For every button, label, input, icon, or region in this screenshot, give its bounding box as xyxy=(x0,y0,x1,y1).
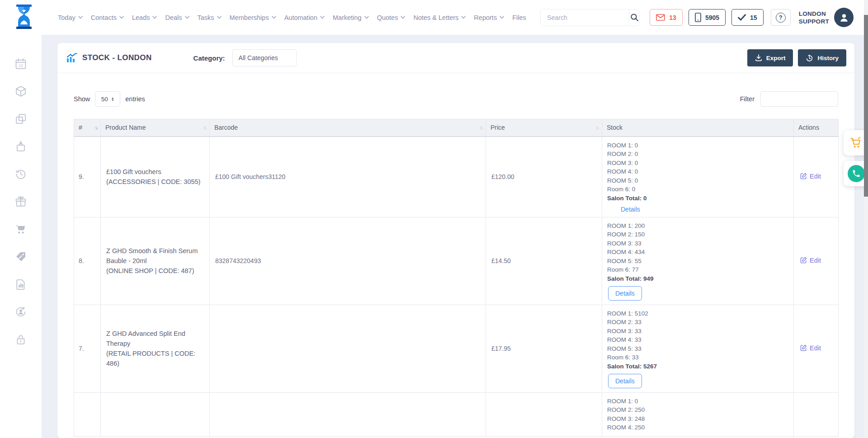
cart-icon xyxy=(850,137,863,149)
room-stock-line: Room 6: 0 xyxy=(607,185,788,194)
room-stock-line: ROOM 3: 33 xyxy=(607,327,788,336)
room-stock-line: ROOM 5: 0 xyxy=(607,176,788,185)
sidebar-gift-icon[interactable] xyxy=(14,195,27,208)
price-cell xyxy=(486,392,602,436)
nav-files-label: Files xyxy=(512,14,526,21)
search-input[interactable] xyxy=(541,9,629,26)
nav-memberships-label: Memberships xyxy=(230,14,269,21)
avatar[interactable] xyxy=(834,8,854,27)
app-logo[interactable] xyxy=(14,4,34,32)
column-header-barcode[interactable]: Barcode↑↓ xyxy=(210,119,486,137)
column-header-price[interactable]: Price↑↓ xyxy=(486,119,602,137)
export-button[interactable]: Export xyxy=(747,49,793,66)
filter-label: Filter xyxy=(740,95,755,103)
stock-panel: STOCK - LONDON Category: All Categories … xyxy=(57,43,854,438)
sidebar-lock-icon[interactable] xyxy=(14,333,27,346)
mail-badge[interactable]: 13 xyxy=(650,9,683,26)
tasks-count: 15 xyxy=(750,14,757,21)
row-number: 8. xyxy=(74,217,101,305)
nav-today[interactable]: Today xyxy=(58,14,83,21)
sidebar-bag-receive-icon[interactable] xyxy=(14,140,27,153)
search-icon xyxy=(630,13,639,22)
sidebar-account-sync-icon[interactable] xyxy=(14,306,27,318)
sidebar-report-icon[interactable] xyxy=(14,278,27,291)
nav-leads[interactable]: Leads xyxy=(132,14,157,21)
check-icon xyxy=(738,14,746,21)
details-button[interactable]: Details xyxy=(608,286,642,301)
table-row: ROOM 1: 0 ROOM 2: 250 ROOM 3: 248 ROOM 4… xyxy=(74,392,839,436)
table-row: 7. Z GHD Advanced Split End Therapy (RET… xyxy=(74,305,839,392)
room-stock-line: ROOM 3: 248 xyxy=(607,414,788,424)
column-header-number[interactable]: #↑↓ xyxy=(74,119,101,137)
room-stock-line: ROOM 4: 434 xyxy=(607,248,788,257)
barcode-cell xyxy=(210,305,486,392)
help-button[interactable]: ? xyxy=(771,9,791,26)
edit-icon xyxy=(800,173,807,179)
phone-badge[interactable]: 5905 xyxy=(689,9,726,26)
details-link[interactable]: Details xyxy=(621,206,640,213)
filter-input[interactable] xyxy=(760,91,838,107)
global-search xyxy=(540,9,640,26)
envelope-icon xyxy=(656,14,665,21)
sidebar-stock-box-icon[interactable] xyxy=(14,85,27,98)
table-row: 8. Z GHD Smooth & Finish Serum Bauble - … xyxy=(74,217,839,305)
user-name-line2: SUPPORT xyxy=(799,18,829,25)
edit-link[interactable]: Edit xyxy=(800,173,821,180)
room-stock-line: ROOM 2: 250 xyxy=(607,405,788,414)
chevron-down-icon xyxy=(185,16,189,19)
col-barcode-label: Barcode xyxy=(214,124,238,131)
hourglass-logo-icon xyxy=(14,4,34,30)
icon-sidebar: 12 xyxy=(0,35,42,438)
product-cell: Z GHD Advanced Split End Therapy (RETAIL… xyxy=(101,305,210,392)
product-meta: (ONLINE SHOP | CODE: 487) xyxy=(106,266,204,276)
panel-header: STOCK - LONDON Category: All Categories … xyxy=(57,43,854,73)
nav-deals[interactable]: Deals xyxy=(165,14,189,21)
edit-icon xyxy=(800,257,807,264)
details-button[interactable]: Details xyxy=(608,374,642,388)
nav-contacts-label: Contacts xyxy=(91,14,117,21)
sidebar-calendar-icon[interactable]: 12 xyxy=(14,57,27,70)
room-stock-line: Room 6: 77 xyxy=(607,265,788,274)
product-name: Z GHD Advanced Split End Therapy xyxy=(106,329,204,349)
edit-link[interactable]: Edit xyxy=(800,344,821,352)
nav-contacts[interactable]: Contacts xyxy=(91,14,124,21)
sidebar-price-tag-icon[interactable] xyxy=(14,250,27,263)
category-filter: Category: All Categories xyxy=(193,49,297,66)
nav-tasks[interactable]: Tasks xyxy=(198,14,222,21)
search-button[interactable] xyxy=(629,9,639,26)
nav-files[interactable]: Files xyxy=(512,14,526,21)
page-size-select[interactable]: 50 ▲▼ xyxy=(95,91,120,107)
stock-table-wrap: #↑↓ Product Name↑↓ Barcode↑↓ Price↑↓ Sto… xyxy=(74,119,838,437)
nav-reports[interactable]: Reports xyxy=(474,14,504,21)
column-header-product-name[interactable]: Product Name↑↓ xyxy=(101,119,210,137)
sidebar-history-icon[interactable] xyxy=(14,168,27,180)
product-name: £100 Gift vouchers xyxy=(106,167,204,177)
actions-cell xyxy=(794,392,839,436)
category-select[interactable]: All Categories xyxy=(232,49,297,66)
history-label: History xyxy=(817,55,839,61)
salon-total: Salon Total: 949 xyxy=(607,274,788,283)
sidebar-copy-icon[interactable] xyxy=(14,113,27,125)
barcode-cell: 8328743220493 xyxy=(210,217,486,305)
nav-marketing[interactable]: Marketing xyxy=(333,14,369,21)
user-menu[interactable]: LONDON SUPPORT xyxy=(799,8,854,27)
barcode-cell: £100 Gift vouchers31120 xyxy=(210,137,486,217)
scrollbar-thumb[interactable] xyxy=(864,15,868,197)
history-button[interactable]: History xyxy=(798,49,846,66)
row-number xyxy=(74,392,101,436)
column-header-stock: Stock xyxy=(602,119,794,137)
nav-automation[interactable]: Automation xyxy=(284,14,325,21)
sidebar-cart-icon[interactable] xyxy=(14,223,27,235)
nav-quotes[interactable]: Quotes xyxy=(377,14,406,21)
edit-link[interactable]: Edit xyxy=(800,257,821,264)
user-name: LONDON SUPPORT xyxy=(799,10,829,25)
mobile-phone-icon xyxy=(695,13,701,22)
chevron-down-icon xyxy=(461,16,466,19)
room-stock-line: ROOM 1: 0 xyxy=(607,397,788,406)
nav-notes-letters[interactable]: Notes & Letters xyxy=(413,14,466,21)
scrollbar-track[interactable] xyxy=(864,0,868,438)
nav-memberships[interactable]: Memberships xyxy=(230,14,276,21)
tasks-badge[interactable]: 15 xyxy=(731,9,764,26)
page-size-control: Show 50 ▲▼ entries xyxy=(74,91,145,107)
sort-icon: ↑↓ xyxy=(595,125,599,130)
